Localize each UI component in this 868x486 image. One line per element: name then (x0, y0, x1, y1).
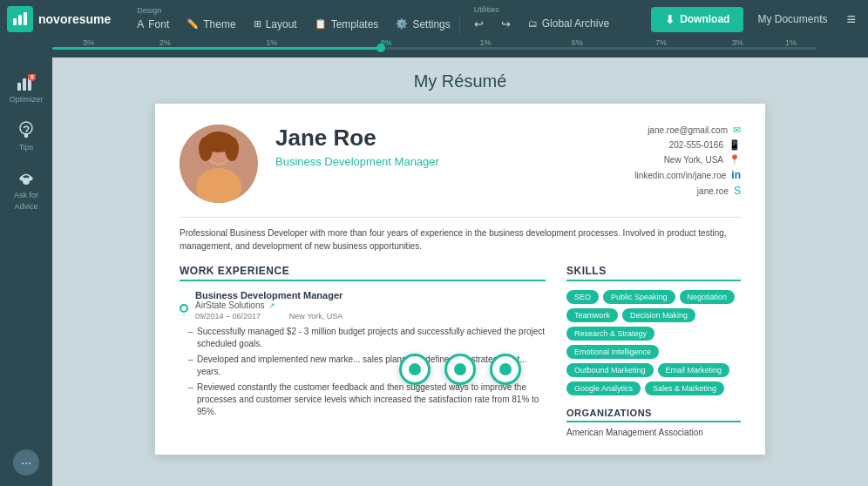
sidebar-more-button[interactable]: ··· (13, 449, 39, 476)
svg-point-19 (225, 137, 239, 161)
work-job-title: Business Development Manager (195, 290, 342, 300)
svg-point-11 (20, 177, 24, 181)
resume-right: SKILLS SEOPublic SpeakingNegotiationTeam… (566, 265, 741, 437)
progress-label-7: 7% (655, 38, 667, 47)
nav-font[interactable]: A Font (128, 15, 178, 34)
download-button[interactable]: ⬇ Download (651, 7, 743, 32)
sidebar: 6 Optimizer Tips (0, 57, 52, 486)
drag-circle-inner-3 (499, 363, 512, 375)
font-icon: A (137, 18, 144, 30)
skill-tag: Research & Strategy (566, 327, 654, 341)
nav-templates[interactable]: 📋 Templates (306, 15, 388, 34)
nav-right: ⬇ Download My Documents ≡ (651, 7, 861, 32)
skills-section-title: SKILLS (566, 265, 741, 281)
nav-settings[interactable]: ⚙️ Settings (387, 15, 458, 34)
progress-label-6: 6% (572, 38, 583, 47)
drag-circle-1[interactable] (399, 354, 431, 385)
progress-fill (52, 47, 381, 50)
skills-tags: SEOPublic SpeakingNegotiationTeamworkDec… (566, 290, 741, 395)
logo-text: novoresume (38, 12, 111, 26)
ask-label2: Advice (14, 202, 37, 211)
work-bullet-1: Successfully managed $2 - 3 million budg… (188, 326, 546, 350)
work-company: AirState Solutions ↗ (195, 300, 342, 310)
location-icon: 📍 (729, 154, 741, 165)
nav-layout[interactable]: ⊞ Layout (245, 15, 306, 34)
skill-tag: Sales & Marketing (645, 381, 724, 395)
main-layout: 6 Optimizer Tips (0, 57, 868, 486)
content-area: My Résumé (52, 57, 868, 486)
sidebar-item-tips[interactable]: Tips (3, 114, 49, 159)
redo-icon: ↪ (501, 17, 511, 30)
svg-rect-9 (24, 133, 28, 138)
drag-circle-inner-1 (409, 363, 421, 375)
progress-label-2: 2% (159, 38, 171, 47)
svg-text:6: 6 (31, 74, 34, 80)
skype-icon: S (734, 185, 741, 197)
svg-rect-4 (23, 78, 26, 91)
progress-label-1b: 1% (785, 38, 797, 47)
phone-icon: 📱 (729, 139, 741, 151)
optimizer-icon: 6 (17, 73, 36, 92)
drag-circle-3[interactable] (490, 354, 521, 385)
utilities-section-label: Utilities (465, 5, 618, 14)
sidebar-item-ask-advice[interactable]: Ask for Advice (3, 162, 49, 218)
work-dates: 09/2014 – 06/2017 New York, USA (195, 312, 342, 321)
contact-skype: jane.roe S (634, 185, 741, 197)
progress-bar-area: 3% 2% 1% 0% 1% 6% 7% 3% 1% (0, 38, 868, 57)
resume-contact: jane.roe@gmail.com ✉ 202-555-0166 📱 New … (634, 125, 741, 197)
resume-summary: Professional Business Developer with mor… (180, 217, 741, 253)
nav-theme[interactable]: ✏️ Theme (178, 15, 244, 34)
resume-body: WORK EXPERIENCE Business Development Man… (180, 265, 741, 437)
archive-icon: 🗂 (528, 18, 538, 29)
skill-tag: SEO (566, 290, 599, 304)
resume-name: Jane Roe (275, 125, 617, 152)
svg-rect-2 (24, 12, 27, 25)
progress-label-4: 1% (266, 38, 277, 47)
work-section-title: WORK EXPERIENCE (180, 265, 546, 281)
nav-undo[interactable]: ↩ (465, 14, 492, 34)
svg-rect-0 (13, 18, 17, 25)
contact-linkedin: linkedin.com/in/jane.roe in (634, 169, 741, 181)
resume-job-title: Business Development Manager (275, 155, 617, 168)
sidebar-bottom: ··· (13, 449, 39, 476)
optimizer-label: Optimizer (10, 95, 44, 104)
skill-tag: Public Speaking (603, 290, 675, 304)
progress-label-1a: 1% (480, 38, 492, 47)
design-section-label: Design (128, 6, 459, 15)
svg-rect-1 (18, 15, 22, 25)
settings-icon: ⚙️ (396, 18, 408, 30)
contact-email: jane.roe@gmail.com ✉ (634, 125, 741, 136)
nav-redo[interactable]: ↪ (492, 14, 519, 34)
drag-circle-2[interactable] (444, 354, 476, 385)
page-title: My Résumé (414, 71, 507, 91)
brush-icon: ✏️ (186, 18, 199, 30)
nav-global-archive[interactable]: 🗂 Global Archive (519, 14, 618, 34)
skill-tag: Teamwork (566, 308, 618, 322)
logo[interactable]: novoresume (7, 6, 111, 32)
skill-tag: Outbound Marketing (566, 363, 654, 377)
skill-tag: Negotiation (680, 290, 736, 304)
resume-document: Jane Roe Business Development Manager ja… (155, 104, 765, 455)
templates-icon: 📋 (315, 18, 327, 30)
my-documents-button[interactable]: My Documents (750, 10, 834, 29)
tips-label: Tips (19, 143, 34, 152)
sidebar-item-optimizer[interactable]: 6 Optimizer (3, 66, 49, 111)
drag-circle-inner-2 (454, 363, 466, 375)
svg-rect-3 (17, 83, 21, 91)
tips-icon (17, 121, 36, 140)
layout-icon: ⊞ (254, 18, 261, 30)
email-icon: ✉ (733, 125, 741, 136)
progress-label-3b: 3% (732, 38, 743, 47)
logo-icon (7, 6, 33, 32)
contact-location: New York, USA 📍 (634, 154, 741, 165)
progress-label-3: 3% (83, 38, 94, 47)
work-company-link-icon: ↗ (268, 301, 275, 310)
orgs-section-title: ORGANIZATIONS (566, 408, 741, 422)
svg-point-12 (29, 177, 33, 181)
linkedin-icon: in (731, 169, 741, 181)
hamburger-button[interactable]: ≡ (841, 7, 861, 32)
resume-name-section: Jane Roe Business Development Manager (275, 125, 617, 173)
ask-label: Ask for (14, 191, 38, 199)
progress-track: 3% 2% 1% 0% 1% 6% 7% 3% 1% (52, 47, 816, 50)
work-timeline-dot (180, 304, 188, 313)
